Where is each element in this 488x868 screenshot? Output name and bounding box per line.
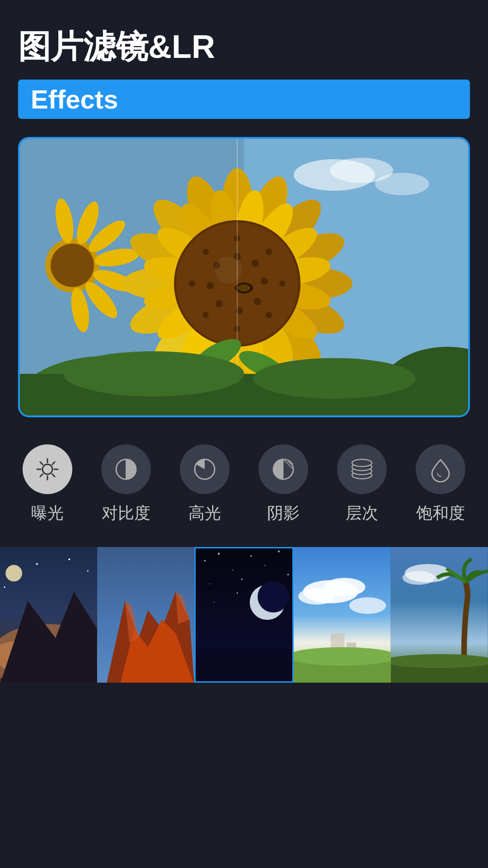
thumbnails-row: [0, 547, 488, 683]
control-item-contrast: 对比度: [101, 444, 151, 524]
svg-line-84: [52, 462, 55, 465]
contrast-button[interactable]: [101, 444, 151, 494]
svg-point-119: [287, 574, 289, 576]
svg-point-57: [216, 300, 223, 307]
svg-point-66: [189, 280, 195, 287]
svg-point-138: [294, 647, 391, 666]
svg-line-83: [52, 474, 55, 477]
saturation-button[interactable]: [416, 444, 465, 494]
effects-badge[interactable]: Effects: [18, 80, 470, 119]
svg-point-77: [42, 464, 52, 474]
svg-point-61: [266, 249, 272, 255]
svg-point-117: [264, 565, 265, 566]
svg-line-85: [40, 474, 43, 477]
page-container: 图片滤镜&LR Effects: [0, 0, 488, 868]
svg-point-102: [5, 565, 22, 582]
thumbnail-blue-sky[interactable]: [294, 547, 391, 683]
svg-point-124: [236, 593, 238, 594]
svg-point-103: [36, 563, 38, 565]
svg-point-63: [266, 312, 272, 318]
svg-point-114: [218, 553, 220, 555]
shadow-button[interactable]: [258, 444, 308, 494]
svg-point-105: [87, 571, 89, 572]
image-preview-container: [18, 137, 470, 417]
layers-button[interactable]: [337, 444, 387, 494]
svg-point-76: [253, 358, 416, 399]
svg-point-118: [278, 551, 280, 552]
control-item-highlight: 高光: [180, 444, 230, 524]
highlight-label: 高光: [188, 502, 221, 524]
svg-point-67: [202, 249, 209, 255]
thumbnail-red-rocks[interactable]: [97, 547, 194, 683]
svg-point-69: [238, 284, 250, 292]
svg-point-65: [202, 312, 209, 318]
control-item-layers: 层次: [337, 444, 387, 524]
app-title: 图片滤镜&LR: [18, 27, 470, 66]
svg-point-75: [63, 351, 244, 396]
svg-point-4: [375, 173, 429, 195]
layers-label: 层次: [346, 502, 378, 524]
svg-point-106: [4, 586, 5, 588]
svg-rect-129: [196, 649, 293, 683]
svg-point-58: [206, 282, 214, 289]
svg-point-113: [204, 560, 206, 561]
svg-point-134: [349, 598, 386, 614]
svg-point-115: [232, 570, 233, 571]
shadow-label: 阴影: [267, 502, 300, 524]
svg-point-104: [68, 559, 70, 561]
svg-point-133: [299, 588, 336, 605]
svg-point-123: [213, 602, 214, 603]
highlight-button[interactable]: [180, 444, 230, 494]
svg-point-13: [51, 244, 94, 287]
svg-point-97: [352, 459, 372, 467]
thumbnail-moon-stars[interactable]: [194, 547, 294, 683]
thumbnail-palm[interactable]: [391, 547, 488, 683]
svg-line-82: [40, 462, 43, 465]
exposure-label: 曝光: [31, 502, 64, 524]
svg-point-141: [403, 571, 435, 585]
controls-section: 曝光 对比度: [18, 444, 470, 524]
svg-point-53: [252, 259, 259, 267]
svg-point-55: [254, 298, 261, 305]
control-item-shadow: 阴影: [258, 444, 308, 524]
svg-point-120: [209, 584, 210, 585]
svg-point-116: [250, 556, 252, 557]
controls-row: 曝光 对比度: [18, 444, 470, 524]
control-item-saturation: 饱和度: [416, 444, 465, 524]
exposure-button[interactable]: [23, 444, 72, 494]
saturation-label: 饱和度: [416, 502, 465, 524]
thumbnail-mountains-night[interactable]: [0, 547, 97, 683]
sunflower-image: [20, 139, 468, 417]
control-item-exposure: 曝光: [23, 444, 72, 524]
svg-point-121: [241, 579, 242, 580]
svg-point-54: [261, 278, 268, 285]
contrast-label: 对比度: [102, 502, 150, 524]
svg-point-143: [391, 654, 488, 668]
svg-point-62: [279, 280, 286, 287]
svg-point-128: [258, 581, 289, 613]
